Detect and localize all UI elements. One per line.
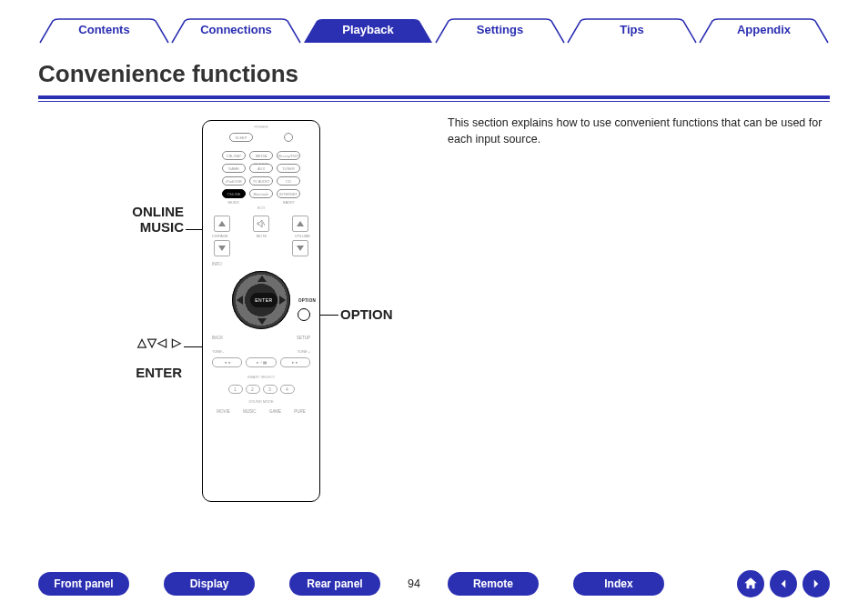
label-setup: SETUP [297, 336, 310, 340]
callout-option: OPTION [340, 306, 393, 322]
btn-next: ►► [280, 357, 310, 367]
btn-online-music: ONLINE MUSIC [222, 189, 246, 198]
label-volume: VOLUME [295, 234, 310, 238]
callout-online-music: ONLINE MUSIC [75, 204, 184, 235]
svg-line-0 [263, 222, 265, 226]
label-mute: MUTE [257, 234, 267, 238]
btn-smart-1: 1 [228, 385, 243, 394]
src-btn: INTERNET RADIO [277, 189, 300, 198]
src-btn: Bluetooth [249, 189, 273, 198]
label-power: POWER [203, 125, 319, 129]
page-title: Convenience functions [38, 60, 830, 92]
label-sound-mode: SOUND MODE [203, 399, 319, 404]
tab-playback[interactable]: Playback [302, 18, 434, 44]
heading-rules [38, 95, 830, 102]
callout-enter-group: △▽◁ ▷ ENTER [91, 320, 182, 396]
src-btn: TUNER [277, 164, 300, 173]
dpad-left-icon [237, 296, 243, 305]
tab-settings[interactable]: Settings [434, 18, 566, 44]
page-number: 94 [408, 577, 420, 590]
src-btn: CBL/SAT [222, 151, 246, 160]
nav-index[interactable]: Index [573, 572, 664, 596]
tab-label: Tips [620, 23, 644, 36]
main-area: ONLINE MUSIC △▽◁ ▷ ENTER OPTION POWER SL… [38, 111, 830, 520]
page-heading: Convenience functions [38, 60, 830, 102]
tab-label: Playback [342, 23, 393, 36]
home-icon[interactable] [737, 570, 764, 597]
src-btn: iPod/USB [222, 176, 246, 186]
body-text: This section explains how to use conveni… [448, 111, 830, 520]
btn-prev: ◄◄ [212, 357, 242, 367]
tab-connections[interactable]: Connections [170, 18, 302, 44]
label-option: OPTION [298, 298, 316, 303]
tab-label: Appendix [737, 23, 791, 36]
btn-smart-2: 2 [246, 385, 260, 394]
next-icon[interactable] [802, 570, 830, 597]
src-btn: GAME [222, 164, 246, 173]
btn-sleep: SLEEP [229, 133, 253, 142]
nav-front-panel[interactable]: Front panel [38, 572, 129, 596]
label-back: BACK [212, 336, 223, 340]
mode-pure: PURE [294, 409, 306, 414]
mode-movie: MOVIE [217, 409, 230, 414]
tab-label: Contents [78, 23, 129, 36]
btn-smart-4: 4 [280, 385, 295, 394]
nav-display[interactable]: Display [164, 572, 255, 596]
btn-vol-up [292, 216, 308, 232]
btn-smart-3: 3 [263, 385, 278, 394]
bottom-nav: Front panel Display Rear panel 94 Remote… [0, 570, 868, 597]
mode-game: GAME [269, 409, 281, 414]
btn-mute [253, 216, 269, 232]
src-btn: AUX [249, 164, 273, 173]
nav-remote[interactable]: Remote [448, 572, 539, 596]
btn-enter: ENTER [250, 293, 278, 307]
nav-rear-panel[interactable]: Rear panel [289, 572, 380, 596]
prev-icon[interactable] [770, 570, 797, 597]
btn-play-pause: ► / ▮▮ [246, 357, 276, 367]
label-tune-plus: TUNE + [298, 349, 310, 354]
tab-tips[interactable]: Tips [566, 18, 698, 44]
tab-label: Connections [200, 23, 272, 36]
btn-option [298, 308, 310, 321]
callout-enter: ENTER [91, 365, 182, 380]
label-info: INFO [212, 262, 222, 266]
label-smart-select: SMART SELECT [203, 375, 319, 379]
src-btn: TV AUDIO [249, 176, 273, 186]
remote-diagram: ONLINE MUSIC △▽◁ ▷ ENTER OPTION POWER SL… [38, 111, 429, 520]
tab-label: Settings [477, 23, 523, 36]
btn-ch-down [214, 240, 230, 256]
btn-ch-up [214, 216, 230, 232]
dpad-up-icon [257, 276, 267, 282]
src-btn: CD [277, 176, 300, 186]
label-eco: ECO [203, 206, 319, 210]
callout-arrows: △▽◁ ▷ [91, 336, 182, 349]
tab-contents[interactable]: Contents [38, 18, 170, 44]
dpad: ENTER [229, 268, 293, 332]
src-btn: MEDIA PLAYER [249, 151, 273, 160]
dpad-down-icon [257, 318, 267, 325]
label-tune-minus: TUNE - [212, 349, 224, 354]
tab-appendix[interactable]: Appendix [698, 18, 830, 44]
mode-music: MUSIC [243, 409, 257, 414]
label-chpage: CH/PAGE [212, 234, 228, 238]
btn-power [284, 133, 293, 142]
remote-outline: POWER SLEEP CBL/SATMEDIA PLAYERBlu-ray/D… [202, 120, 320, 502]
src-btn: Blu-ray/DVD [277, 151, 300, 160]
dpad-right-icon [279, 296, 286, 305]
btn-vol-down [292, 240, 308, 256]
top-tabs: Contents Connections Playback Settings T… [0, 0, 868, 44]
